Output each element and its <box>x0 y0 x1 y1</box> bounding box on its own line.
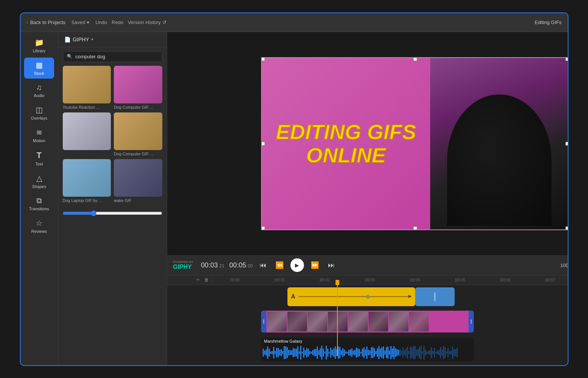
waveform-bar <box>449 351 450 354</box>
waveform-bar <box>441 349 443 356</box>
ruler-mark-7: |00:07 <box>528 278 568 282</box>
preview-area: EDITING GIFS ONLINE <box>167 32 568 365</box>
waveform-bar <box>417 349 419 356</box>
preview-frame: EDITING GIFS ONLINE <box>261 57 568 230</box>
waveform-bar <box>326 346 327 359</box>
text-clip[interactable]: A <box>287 287 415 306</box>
waveform-bar <box>450 351 452 354</box>
waveform-bar <box>329 352 330 354</box>
waveform-bar <box>272 351 273 354</box>
waveform-bar <box>293 348 294 358</box>
gif-thumb-1 <box>63 66 111 103</box>
waveform-bar <box>288 350 289 355</box>
waveform-bar <box>294 349 295 357</box>
waveform-bar <box>270 351 271 354</box>
audio-track-label: Marshmellow Galaxy <box>261 338 474 345</box>
waveform-bar <box>375 351 376 354</box>
ruler-mark-3: |00:03 <box>348 278 393 282</box>
frame-thumb-5 <box>348 312 368 331</box>
waveform-bar <box>411 348 413 358</box>
waveform-bar <box>338 346 339 359</box>
waveform-bar <box>378 346 379 359</box>
waveform-bar <box>323 349 324 357</box>
waveform-bar <box>456 348 458 357</box>
gif-item-1[interactable]: Youtube Reaction ... <box>63 66 111 109</box>
waveform-bar <box>408 351 410 355</box>
waveform-bar <box>383 346 384 359</box>
waveform-bar <box>327 349 328 357</box>
waveform-bar <box>446 351 447 354</box>
waveform-bar <box>371 347 372 358</box>
video-clip[interactable] <box>261 311 474 332</box>
waveform-bar <box>360 352 361 354</box>
waveform-bar <box>348 350 349 355</box>
waveform-bar <box>359 349 360 357</box>
waveform-bar <box>315 349 316 356</box>
waveform-bar <box>404 350 405 355</box>
waveform-bar <box>344 349 345 356</box>
waveform-bar <box>266 349 267 355</box>
waveform-bar <box>420 346 422 360</box>
waveform-bar <box>380 349 381 357</box>
waveform-bar <box>428 351 429 354</box>
window-title: Editing GIFs <box>535 20 562 25</box>
waveform-bar <box>447 348 449 357</box>
video-track-row <box>212 309 568 335</box>
waveform-bar <box>342 348 343 357</box>
waveform-bar <box>339 347 340 359</box>
text-track-row: A <box>212 285 568 308</box>
waveform-bar <box>369 351 370 354</box>
text-clip-icon: A <box>291 293 296 300</box>
waveform-bar <box>362 349 363 356</box>
waveform-bar <box>455 349 456 356</box>
blue-clip[interactable] <box>415 287 455 306</box>
waveform-bar <box>392 348 393 357</box>
video-clip-left-handle <box>261 311 266 332</box>
waveform-bar <box>333 348 334 357</box>
waveform-bar <box>444 347 446 358</box>
waveform-bar <box>287 347 288 358</box>
waveform-bar <box>384 351 385 355</box>
waveform-bar <box>368 350 369 355</box>
waveform-bar <box>395 348 396 357</box>
waveform-bar <box>435 352 437 354</box>
timeline-content: A <box>167 285 568 356</box>
waveform-bar <box>273 347 274 359</box>
waveform-bar <box>285 346 286 359</box>
waveform-bar <box>345 351 346 354</box>
playhead-head <box>336 280 339 285</box>
video-content-text: EDITING GIFS ONLINE <box>262 58 431 229</box>
waveform-bar <box>407 346 408 359</box>
stock-panel: 📄 GIPHY ▾ 🔍 Youtube Reaction ... <box>58 32 167 365</box>
waveform-bar <box>296 349 297 357</box>
waveform-bar <box>437 351 438 354</box>
waveform-bar <box>372 347 373 358</box>
frame-thumb-1 <box>267 312 287 331</box>
waveform-bar <box>324 352 325 354</box>
preview-canvas: EDITING GIFS ONLINE <box>167 32 568 255</box>
waveform-bar <box>281 349 282 356</box>
waveform-bar <box>264 351 265 355</box>
waveform-bar <box>309 351 310 354</box>
cut-tool[interactable]: ✂ <box>196 277 200 282</box>
waveform-bar <box>353 351 354 355</box>
app-window: ‹ Back to Projects Saved ▾ Undo Redo Ver… <box>20 12 568 366</box>
waveform-bar <box>297 346 298 359</box>
ruler-mark-4: |00:04 <box>393 278 438 282</box>
waveform-bar <box>354 350 355 356</box>
audio-clip[interactable]: Marshmellow Galaxy <box>261 338 474 361</box>
delete-tool[interactable]: 🗑 <box>204 277 209 282</box>
waveform-bar <box>402 348 404 357</box>
frame-thumb-8 <box>409 312 429 331</box>
ruler-mark-5: |00:05 <box>438 278 483 282</box>
waveform-bar <box>312 350 313 355</box>
waveform-bar <box>438 350 440 355</box>
playhead[interactable] <box>337 285 338 356</box>
waveform-bar <box>387 346 388 359</box>
waveform-bar <box>284 346 285 359</box>
video-clip-right-handle <box>469 311 474 332</box>
waveform-bar <box>332 350 333 355</box>
waveform-bar <box>282 351 283 354</box>
waveform-bar <box>405 349 407 356</box>
waveform-bar <box>351 348 352 357</box>
